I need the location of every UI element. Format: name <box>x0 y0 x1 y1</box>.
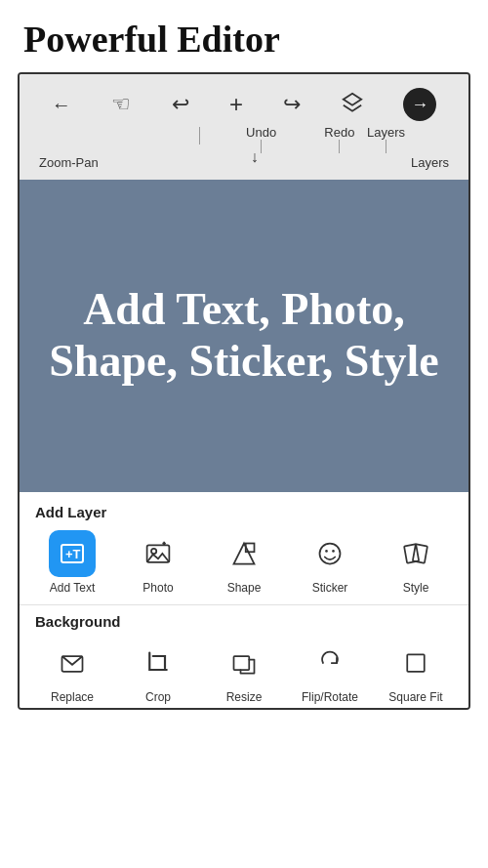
crop-icon <box>135 640 182 686</box>
svg-point-10 <box>325 550 328 553</box>
flip-rotate-label: Flip/Rotate <box>302 690 358 704</box>
svg-point-11 <box>332 550 335 553</box>
svg-rect-15 <box>234 656 250 670</box>
redo-label: Redo <box>324 125 354 140</box>
background-title: Background <box>20 609 468 636</box>
undo-label: Undo <box>246 125 276 140</box>
add-text-tool[interactable]: +T Add Text <box>29 530 115 595</box>
shape-icon <box>221 530 267 577</box>
svg-point-9 <box>320 544 341 564</box>
svg-rect-16 <box>407 654 425 672</box>
undo-label-group: Undo <box>246 125 276 153</box>
crop-tool[interactable]: Crop <box>115 640 201 704</box>
redo-label-group: Redo <box>324 125 354 153</box>
svg-rect-13 <box>413 544 427 562</box>
svg-marker-7 <box>234 544 255 564</box>
crop-label: Crop <box>145 690 171 704</box>
square-fit-tool[interactable]: Square Fit <box>373 640 459 704</box>
redo-icon[interactable]: ↪ <box>283 92 301 117</box>
toolbar: ← ☜ ↩ + ↪ → <box>20 74 468 180</box>
zoom-pan-icon[interactable]: ☜ <box>111 92 131 117</box>
svg-point-4 <box>151 549 156 554</box>
add-icon[interactable]: + <box>229 91 243 118</box>
background-tools: Replace Crop <box>20 636 468 708</box>
layers-bottom-label: Layers <box>411 155 449 170</box>
layers-label: Layers <box>367 125 405 140</box>
resize-label: Resize <box>226 690 263 704</box>
resize-tool[interactable]: Resize <box>201 640 287 704</box>
sticker-icon <box>306 530 353 577</box>
square-fit-icon <box>392 640 439 686</box>
add-text-label: Add Text <box>50 581 95 595</box>
replace-icon <box>49 640 96 686</box>
svg-text:+T: +T <box>65 547 81 561</box>
resize-icon <box>221 640 267 686</box>
canvas-area: Add Text, Photo, Shape, Sticker, Style <box>20 180 468 492</box>
flip-rotate-tool[interactable]: Flip/Rotate <box>287 640 373 704</box>
canvas-main-text: Add Text, Photo, Shape, Sticker, Style <box>39 284 449 388</box>
style-icon <box>392 530 439 577</box>
svg-marker-0 <box>344 93 361 104</box>
layers-label-group: Layers <box>367 125 405 153</box>
page-title: Powerful Editor <box>0 0 488 72</box>
photo-icon <box>135 530 182 577</box>
shape-label: Shape <box>227 581 262 595</box>
flip-rotate-icon <box>306 640 353 686</box>
add-layer-panel: Add Layer +T Add Text <box>20 492 468 708</box>
zoom-pan-bottom-label: Zoom-Pan <box>39 155 99 170</box>
square-fit-label: Square Fit <box>388 690 442 704</box>
add-layer-title: Add Layer <box>20 500 468 526</box>
add-text-icon: +T <box>49 530 96 577</box>
photo-label: Photo <box>142 581 173 595</box>
replace-tool[interactable]: Replace <box>29 640 115 704</box>
sticker-label: Sticker <box>312 581 348 595</box>
layers-icon[interactable] <box>342 92 363 118</box>
zoom-pan-label <box>165 127 233 145</box>
shape-tool[interactable]: Shape <box>201 530 287 595</box>
add-layer-tools: +T Add Text Photo <box>20 526 468 605</box>
svg-rect-12 <box>404 544 419 562</box>
sticker-tool[interactable]: Sticker <box>287 530 373 595</box>
undo-icon[interactable]: ↩ <box>172 92 189 117</box>
back-icon[interactable]: ← <box>52 94 71 116</box>
photo-tool[interactable]: Photo <box>115 530 201 595</box>
replace-label: Replace <box>51 690 94 704</box>
editor-frame: ← ☜ ↩ + ↪ → <box>18 72 470 710</box>
style-label: Style <box>403 581 429 595</box>
style-tool[interactable]: Style <box>373 530 459 595</box>
next-button[interactable]: → <box>403 88 436 121</box>
